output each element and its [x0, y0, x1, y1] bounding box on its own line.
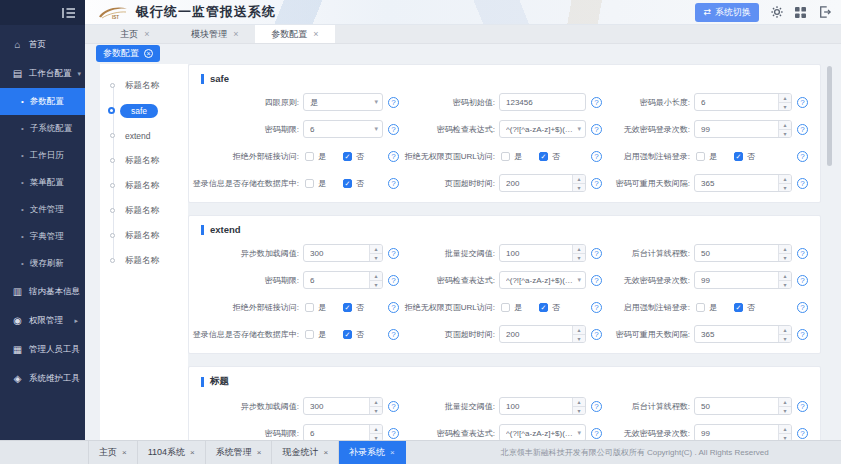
- number-stepper[interactable]: 6▴▾: [694, 93, 792, 111]
- sidebar-item-9[interactable]: ▥辖内基本信息▸: [0, 277, 85, 306]
- select-control[interactable]: 6▾: [303, 120, 383, 138]
- help-icon[interactable]: ?: [388, 428, 399, 439]
- checkbox-yes[interactable]: 是: [305, 178, 326, 189]
- bottom-tab-4[interactable]: 补录系统×: [339, 441, 406, 464]
- help-icon[interactable]: ?: [591, 302, 602, 313]
- stepper-arrows[interactable]: ▴▾: [778, 245, 791, 261]
- workspace-tab-0[interactable]: 主页×: [95, 25, 175, 43]
- checkbox-no[interactable]: ✓否: [539, 151, 560, 162]
- number-stepper[interactable]: 6▴▾: [303, 271, 383, 289]
- timeline-item-1[interactable]: safe: [100, 98, 188, 123]
- stepper-arrows[interactable]: ▴▾: [778, 272, 791, 288]
- number-stepper[interactable]: 200▴▾: [499, 325, 586, 343]
- help-icon[interactable]: ?: [591, 248, 602, 259]
- help-icon[interactable]: ?: [388, 302, 399, 313]
- sidebar-item-5[interactable]: •菜单配置: [0, 169, 85, 196]
- help-icon[interactable]: ?: [591, 178, 602, 189]
- bottom-tab-0[interactable]: 主页×: [88, 441, 138, 464]
- number-stepper[interactable]: 100▴▾: [499, 397, 586, 415]
- help-icon[interactable]: ?: [797, 401, 808, 412]
- stepper-arrows[interactable]: ▴▾: [572, 398, 585, 414]
- settings-icon[interactable]: [770, 6, 783, 19]
- stepper-arrows[interactable]: ▴▾: [572, 245, 585, 261]
- number-stepper[interactable]: 50▴▾: [694, 244, 792, 262]
- number-stepper[interactable]: 99▴▾: [694, 271, 792, 289]
- checkbox-yes[interactable]: 是: [501, 151, 522, 162]
- stepper-arrows[interactable]: ▴▾: [572, 175, 585, 191]
- select-control[interactable]: ^(?![^a-zA-z]+$)(?!\D+$)[0-9A-Z-Z..▾: [499, 120, 586, 138]
- checkbox-yes[interactable]: 是: [696, 151, 717, 162]
- timeline-item-3[interactable]: 标题名称: [100, 148, 188, 173]
- stepper-arrows[interactable]: ▴▾: [369, 272, 382, 288]
- help-icon[interactable]: ?: [591, 151, 602, 162]
- close-tab-icon[interactable]: ×: [144, 29, 149, 39]
- close-tab-icon[interactable]: ×: [257, 448, 262, 457]
- number-stepper[interactable]: 200▴▾: [499, 174, 586, 192]
- help-icon[interactable]: ?: [797, 302, 808, 313]
- help-icon[interactable]: ?: [388, 178, 399, 189]
- stepper-arrows[interactable]: ▴▾: [778, 94, 791, 110]
- help-icon[interactable]: ?: [591, 428, 602, 439]
- stepper-arrows[interactable]: ▴▾: [572, 326, 585, 342]
- help-icon[interactable]: ?: [797, 248, 808, 259]
- close-tab-icon[interactable]: ×: [122, 448, 127, 457]
- collapse-menu-icon[interactable]: [62, 7, 76, 19]
- checkbox-yes[interactable]: 是: [305, 329, 326, 340]
- checkbox-no[interactable]: ✓否: [343, 302, 364, 313]
- number-stepper[interactable]: 365▴▾: [694, 325, 792, 343]
- sidebar-item-11[interactable]: ▦管理人员工具▸: [0, 335, 85, 364]
- close-tab-icon[interactable]: ×: [313, 29, 318, 39]
- checkbox-no[interactable]: ✓否: [734, 302, 755, 313]
- system-switch-button[interactable]: ⇄ 系统切换: [695, 3, 759, 22]
- checkbox-no[interactable]: ✓否: [343, 178, 364, 189]
- help-icon[interactable]: ?: [591, 124, 602, 135]
- sidebar-item-4[interactable]: •工作日历: [0, 142, 85, 169]
- stepper-arrows[interactable]: ▴▾: [369, 245, 382, 261]
- help-icon[interactable]: ?: [797, 428, 808, 439]
- select-control[interactable]: ^(?![^a-zA-z]+$)(?!\D+$)[0-9A-Z-Z..▾: [499, 424, 586, 440]
- number-stepper[interactable]: 99▴▾: [694, 120, 792, 138]
- number-stepper[interactable]: 6▴▾: [303, 424, 383, 440]
- help-icon[interactable]: ?: [591, 97, 602, 108]
- checkbox-yes[interactable]: 是: [305, 302, 326, 313]
- sidebar-item-10[interactable]: ◉权限管理▸: [0, 306, 85, 335]
- number-stepper[interactable]: 365▴▾: [694, 174, 792, 192]
- help-icon[interactable]: ?: [388, 329, 399, 340]
- checkbox-no[interactable]: ✓否: [343, 151, 364, 162]
- help-icon[interactable]: ?: [797, 124, 808, 135]
- help-icon[interactable]: ?: [388, 275, 399, 286]
- logout-icon[interactable]: [818, 6, 831, 19]
- select-control[interactable]: 是▾: [303, 93, 383, 111]
- checkbox-no[interactable]: ✓否: [539, 302, 560, 313]
- number-stepper[interactable]: 300▴▾: [303, 397, 383, 415]
- number-stepper[interactable]: 300▴▾: [303, 244, 383, 262]
- help-icon[interactable]: ?: [591, 329, 602, 340]
- help-icon[interactable]: ?: [388, 151, 399, 162]
- close-tab-icon[interactable]: ×: [390, 448, 395, 457]
- help-icon[interactable]: ?: [388, 401, 399, 412]
- number-stepper[interactable]: 100▴▾: [499, 244, 586, 262]
- help-icon[interactable]: ?: [388, 248, 399, 259]
- timeline-item-0[interactable]: 标题名称: [100, 73, 188, 98]
- scrollbar-thumb[interactable]: [827, 66, 832, 166]
- help-icon[interactable]: ?: [591, 275, 602, 286]
- sidebar-item-3[interactable]: •子系统配置: [0, 115, 85, 142]
- close-tab-icon[interactable]: ×: [233, 29, 238, 39]
- number-stepper[interactable]: 50▴▾: [694, 397, 792, 415]
- help-icon[interactable]: ?: [797, 329, 808, 340]
- sidebar-item-7[interactable]: •字典管理: [0, 223, 85, 250]
- bottom-tab-1[interactable]: 1104系统×: [138, 441, 206, 464]
- checkbox-yes[interactable]: 是: [501, 302, 522, 313]
- checkbox-yes[interactable]: 是: [696, 302, 717, 313]
- help-icon[interactable]: ?: [797, 97, 808, 108]
- workspace-tab-2[interactable]: 参数配置×: [255, 25, 335, 43]
- stepper-arrows[interactable]: ▴▾: [778, 121, 791, 137]
- close-icon[interactable]: ×: [144, 49, 153, 58]
- checkbox-no[interactable]: ✓否: [343, 329, 364, 340]
- timeline-item-5[interactable]: 标题名称: [100, 198, 188, 223]
- timeline-item-7[interactable]: 标题名称: [100, 248, 188, 273]
- sidebar-item-2[interactable]: •参数配置: [0, 88, 85, 115]
- bottom-tab-2[interactable]: 系统管理×: [206, 441, 273, 464]
- timeline-item-6[interactable]: 标题名称: [100, 223, 188, 248]
- sidebar-item-8[interactable]: •缓存刷新: [0, 250, 85, 277]
